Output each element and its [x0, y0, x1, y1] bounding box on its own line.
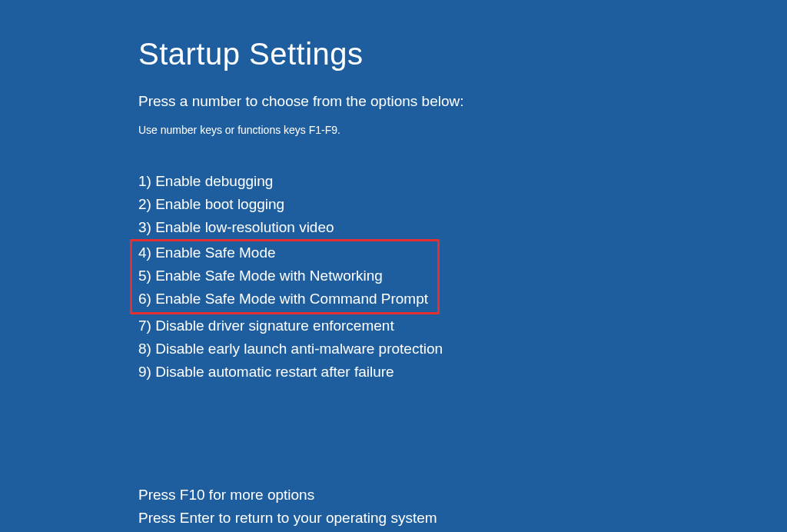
option-6-enable-safe-mode-command-prompt[interactable]: 6) Enable Safe Mode with Command Prompt [138, 288, 428, 311]
page-title: Startup Settings [138, 37, 787, 71]
option-2-enable-boot-logging[interactable]: 2) Enable boot logging [138, 193, 787, 216]
startup-settings-screen: Startup Settings Press a number to choos… [0, 0, 787, 530]
option-3-enable-low-resolution-video[interactable]: 3) Enable low-resolution video [138, 216, 787, 239]
option-4-enable-safe-mode[interactable]: 4) Enable Safe Mode [138, 241, 428, 264]
options-list: 1) Enable debugging 2) Enable boot loggi… [138, 170, 787, 384]
footer: Press F10 for more options Press Enter t… [138, 484, 787, 530]
option-7-disable-driver-signature-enforcement[interactable]: 7) Disable driver signature enforcement [138, 314, 787, 337]
option-5-enable-safe-mode-networking[interactable]: 5) Enable Safe Mode with Networking [138, 264, 428, 288]
option-8-disable-early-launch-anti-malware[interactable]: 8) Disable early launch anti-malware pro… [138, 337, 787, 361]
footer-enter-hint: Press Enter to return to your operating … [138, 507, 787, 530]
highlighted-safe-mode-options: 4) Enable Safe Mode 5) Enable Safe Mode … [138, 239, 787, 314]
hint-text: Use number keys or functions keys F1-F9. [138, 124, 787, 136]
footer-f10-hint: Press F10 for more options [138, 484, 787, 507]
subtitle-text: Press a number to choose from the option… [138, 93, 787, 110]
option-9-disable-automatic-restart[interactable]: 9) Disable automatic restart after failu… [138, 361, 787, 384]
option-1-enable-debugging[interactable]: 1) Enable debugging [138, 170, 787, 193]
